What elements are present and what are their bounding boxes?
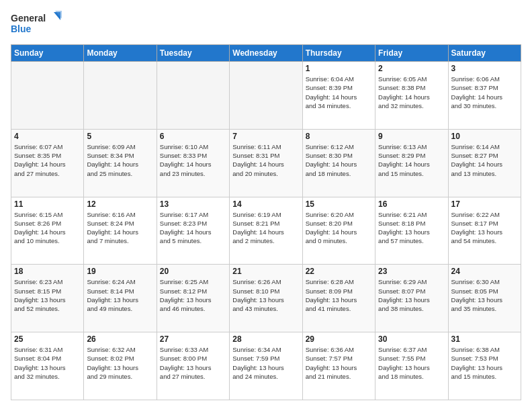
day-number: 11: [14, 199, 81, 209]
calendar-cell: 12Sunrise: 6:16 AMSunset: 8:24 PMDayligh…: [84, 197, 157, 265]
calendar-cell: 25Sunrise: 6:31 AMSunset: 8:04 PMDayligh…: [11, 332, 84, 400]
day-number: 19: [87, 267, 153, 276]
calendar-cell: 13Sunrise: 6:17 AMSunset: 8:23 PMDayligh…: [157, 197, 229, 265]
day-info: Sunrise: 6:37 AMSunset: 7:55 PMDaylight:…: [378, 345, 445, 381]
day-number: 17: [451, 199, 518, 209]
day-header-monday: Monday: [84, 45, 157, 62]
day-number: 28: [232, 334, 299, 344]
day-header-sunday: Sunday: [11, 45, 84, 62]
day-number: 4: [14, 132, 81, 141]
day-info: Sunrise: 6:10 AMSunset: 8:33 PMDaylight:…: [160, 142, 226, 178]
svg-text:Blue: Blue: [11, 24, 32, 34]
calendar-cell: 22Sunrise: 6:28 AMSunset: 8:09 PMDayligh…: [302, 265, 375, 332]
day-number: 22: [306, 267, 372, 276]
calendar-cell: 2Sunrise: 6:05 AMSunset: 8:38 PMDaylight…: [375, 62, 448, 130]
day-number: 7: [232, 132, 299, 141]
day-info: Sunrise: 6:32 AMSunset: 8:02 PMDaylight:…: [87, 345, 153, 381]
page: General Blue SundayMondayTuesdayWednesda…: [0, 0, 532, 411]
day-number: 21: [232, 267, 299, 276]
calendar-cell: 1Sunrise: 6:04 AMSunset: 8:39 PMDaylight…: [302, 62, 375, 130]
day-number: 31: [451, 334, 518, 344]
calendar-cell: [230, 62, 302, 130]
calendar-cell: 24Sunrise: 6:30 AMSunset: 8:05 PMDayligh…: [448, 265, 521, 332]
calendar-cell: 31Sunrise: 6:38 AMSunset: 7:53 PMDayligh…: [448, 332, 521, 400]
calendar-cell: 6Sunrise: 6:10 AMSunset: 8:33 PMDaylight…: [157, 129, 229, 197]
day-header-tuesday: Tuesday: [157, 45, 229, 62]
day-info: Sunrise: 6:36 AMSunset: 7:57 PMDaylight:…: [306, 345, 372, 381]
day-number: 9: [378, 132, 445, 141]
day-info: Sunrise: 6:05 AMSunset: 8:38 PMDaylight:…: [378, 75, 445, 110]
day-info: Sunrise: 6:25 AMSunset: 8:12 PMDaylight:…: [160, 277, 226, 313]
day-number: 6: [160, 132, 226, 141]
day-number: 16: [378, 199, 445, 209]
week-row-3: 11Sunrise: 6:15 AMSunset: 8:26 PMDayligh…: [11, 197, 521, 265]
day-info: Sunrise: 6:29 AMSunset: 8:07 PMDaylight:…: [378, 277, 445, 313]
week-row-1: 1Sunrise: 6:04 AMSunset: 8:39 PMDaylight…: [11, 62, 521, 130]
calendar-table: SundayMondayTuesdayWednesdayThursdayFrid…: [11, 44, 521, 400]
day-header-saturday: Saturday: [448, 45, 521, 62]
day-number: 15: [306, 199, 372, 209]
day-info: Sunrise: 6:04 AMSunset: 8:39 PMDaylight:…: [306, 75, 372, 110]
day-info: Sunrise: 6:38 AMSunset: 7:53 PMDaylight:…: [451, 345, 518, 381]
day-number: 3: [451, 64, 518, 73]
calendar-cell: 26Sunrise: 6:32 AMSunset: 8:02 PMDayligh…: [84, 332, 157, 400]
week-row-4: 18Sunrise: 6:23 AMSunset: 8:15 PMDayligh…: [11, 265, 521, 332]
day-info: Sunrise: 6:11 AMSunset: 8:31 PMDaylight:…: [232, 142, 299, 178]
day-info: Sunrise: 6:20 AMSunset: 8:20 PMDaylight:…: [306, 210, 372, 246]
day-number: 5: [87, 132, 153, 141]
day-header-wednesday: Wednesday: [230, 45, 302, 62]
day-number: 18: [14, 267, 81, 276]
calendar-cell: 18Sunrise: 6:23 AMSunset: 8:15 PMDayligh…: [11, 265, 84, 332]
calendar-cell: 16Sunrise: 6:21 AMSunset: 8:18 PMDayligh…: [375, 197, 448, 265]
calendar-cell: 20Sunrise: 6:25 AMSunset: 8:12 PMDayligh…: [157, 265, 229, 332]
day-info: Sunrise: 6:21 AMSunset: 8:18 PMDaylight:…: [378, 210, 445, 246]
day-info: Sunrise: 6:06 AMSunset: 8:37 PMDaylight:…: [451, 75, 518, 110]
day-number: 2: [378, 64, 445, 73]
day-number: 20: [160, 267, 226, 276]
calendar-cell: 19Sunrise: 6:24 AMSunset: 8:14 PMDayligh…: [84, 265, 157, 332]
calendar-cell: [84, 62, 157, 130]
week-row-5: 25Sunrise: 6:31 AMSunset: 8:04 PMDayligh…: [11, 332, 521, 400]
calendar-cell: 21Sunrise: 6:26 AMSunset: 8:10 PMDayligh…: [230, 265, 302, 332]
calendar-cell: [11, 62, 84, 130]
calendar-cell: 17Sunrise: 6:22 AMSunset: 8:17 PMDayligh…: [448, 197, 521, 265]
calendar-cell: 27Sunrise: 6:33 AMSunset: 8:00 PMDayligh…: [157, 332, 229, 400]
day-info: Sunrise: 6:12 AMSunset: 8:30 PMDaylight:…: [306, 142, 372, 178]
calendar-cell: 11Sunrise: 6:15 AMSunset: 8:26 PMDayligh…: [11, 197, 84, 265]
day-info: Sunrise: 6:17 AMSunset: 8:23 PMDaylight:…: [160, 210, 226, 246]
calendar-cell: 15Sunrise: 6:20 AMSunset: 8:20 PMDayligh…: [302, 197, 375, 265]
svg-text:General: General: [11, 13, 46, 24]
day-info: Sunrise: 6:28 AMSunset: 8:09 PMDaylight:…: [306, 277, 372, 313]
day-header-thursday: Thursday: [302, 45, 375, 62]
day-info: Sunrise: 6:30 AMSunset: 8:05 PMDaylight:…: [451, 277, 518, 313]
day-number: 29: [306, 334, 372, 344]
calendar-header-row: SundayMondayTuesdayWednesdayThursdayFrid…: [11, 45, 521, 62]
day-info: Sunrise: 6:19 AMSunset: 8:21 PMDaylight:…: [232, 210, 299, 246]
day-info: Sunrise: 6:31 AMSunset: 8:04 PMDaylight:…: [14, 345, 81, 381]
calendar-cell: 7Sunrise: 6:11 AMSunset: 8:31 PMDaylight…: [230, 129, 302, 197]
day-number: 30: [378, 334, 445, 344]
day-number: 8: [306, 132, 372, 141]
day-header-friday: Friday: [375, 45, 448, 62]
day-number: 12: [87, 199, 153, 209]
calendar-cell: [157, 62, 229, 130]
calendar-cell: 4Sunrise: 6:07 AMSunset: 8:35 PMDaylight…: [11, 129, 84, 197]
week-row-2: 4Sunrise: 6:07 AMSunset: 8:35 PMDaylight…: [11, 129, 521, 197]
calendar-cell: 9Sunrise: 6:13 AMSunset: 8:29 PMDaylight…: [375, 129, 448, 197]
day-info: Sunrise: 6:26 AMSunset: 8:10 PMDaylight:…: [232, 277, 299, 313]
generalblue-logo: General Blue: [11, 11, 64, 38]
calendar-cell: 23Sunrise: 6:29 AMSunset: 8:07 PMDayligh…: [375, 265, 448, 332]
day-info: Sunrise: 6:15 AMSunset: 8:26 PMDaylight:…: [14, 210, 81, 246]
day-info: Sunrise: 6:23 AMSunset: 8:15 PMDaylight:…: [14, 277, 81, 313]
day-number: 13: [160, 199, 226, 209]
calendar-cell: 28Sunrise: 6:34 AMSunset: 7:59 PMDayligh…: [230, 332, 302, 400]
day-info: Sunrise: 6:22 AMSunset: 8:17 PMDaylight:…: [451, 210, 518, 246]
logo: General Blue: [11, 11, 64, 38]
day-number: 24: [451, 267, 518, 276]
day-info: Sunrise: 6:33 AMSunset: 8:00 PMDaylight:…: [160, 345, 226, 381]
calendar-cell: 14Sunrise: 6:19 AMSunset: 8:21 PMDayligh…: [230, 197, 302, 265]
calendar-cell: 30Sunrise: 6:37 AMSunset: 7:55 PMDayligh…: [375, 332, 448, 400]
calendar-cell: 10Sunrise: 6:14 AMSunset: 8:27 PMDayligh…: [448, 129, 521, 197]
day-number: 10: [451, 132, 518, 141]
day-info: Sunrise: 6:13 AMSunset: 8:29 PMDaylight:…: [378, 142, 445, 178]
